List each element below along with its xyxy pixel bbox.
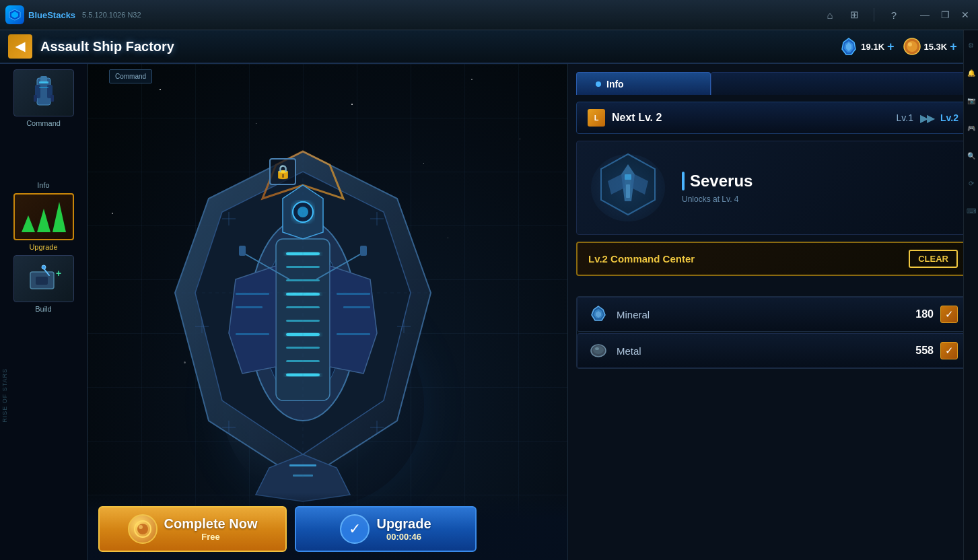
toolbar-btn-2[interactable]: 🔔 bbox=[964, 59, 979, 86]
tab-inactive[interactable] bbox=[711, 72, 970, 95]
ship-unlock-text: Unlocks at Lv. 4 bbox=[682, 195, 958, 204]
tab-info[interactable]: Info bbox=[576, 72, 711, 95]
topbar-icons: ⌂ ⊞ ? — ❐ ✕ bbox=[823, 7, 973, 22]
topbar: BlueStacks 5.5.120.1026 N32 ⌂ ⊞ ? — ❐ ✕ bbox=[0, 0, 978, 30]
crystal-amount: 19.1K bbox=[861, 42, 884, 52]
gold-amount: 15.3K bbox=[924, 42, 948, 52]
metal-icon bbox=[588, 341, 608, 361]
svg-rect-17 bbox=[36, 277, 48, 285]
svg-rect-15 bbox=[39, 87, 48, 88]
upgrade-timer-label: 00:00:46 bbox=[386, 532, 421, 542]
sidebar-item-info[interactable]: Info bbox=[10, 131, 77, 189]
toolbar-btn-5[interactable]: 🔍 bbox=[964, 142, 979, 169]
info-icon-container bbox=[13, 131, 74, 178]
metal-check: ✓ bbox=[940, 342, 958, 359]
toolbar-btn-1[interactable]: ⚙ bbox=[964, 32, 979, 59]
close-button[interactable]: ✕ bbox=[958, 7, 973, 22]
upgrade-arrows bbox=[22, 202, 66, 232]
metal-amount: 558 bbox=[915, 345, 934, 357]
sidebar-item-command-label: Command bbox=[26, 119, 61, 127]
right-toolbar: ⚙ 🔔 📷 🎮 🔍 ⟳ ⌨ bbox=[963, 30, 978, 560]
requirement-text: Lv.2 Command Center bbox=[588, 253, 695, 265]
metal-resource-row: Metal 558 ✓ bbox=[577, 333, 969, 368]
ship-name-text: Severus bbox=[690, 172, 753, 190]
level-dots: ▶▶ bbox=[920, 112, 934, 125]
sidebar-item-build[interactable]: + Build bbox=[10, 255, 77, 313]
minimize-button[interactable]: — bbox=[917, 7, 932, 22]
spacer bbox=[576, 283, 970, 289]
crystal-add-button[interactable]: + bbox=[887, 40, 895, 54]
upgrade-button[interactable]: ✓ Upgrade 00:00:46 bbox=[295, 506, 477, 552]
coin-icon bbox=[128, 514, 158, 544]
svg-rect-39 bbox=[236, 333, 269, 335]
ship-info: Severus Unlocks at Lv. 4 bbox=[682, 172, 958, 204]
upgrade-check-icon: ✓ bbox=[340, 514, 370, 544]
multiinstance-icon[interactable]: ⊞ bbox=[847, 7, 862, 22]
resource-bar: 19.1K + 15.3K + 0 bbox=[839, 37, 970, 56]
ship-factory-structure[interactable] bbox=[141, 131, 464, 522]
bluestacks-logo: BlueStacks 5.5.120.1026 N32 bbox=[5, 5, 141, 24]
mineral-check: ✓ bbox=[940, 306, 958, 323]
command-icon-container bbox=[13, 69, 74, 116]
ship-preview-card: Severus Unlocks at Lv. 4 bbox=[576, 141, 970, 235]
svg-rect-13 bbox=[50, 95, 54, 102]
info-tabs: Info bbox=[576, 72, 970, 95]
gold-add-button[interactable]: + bbox=[950, 40, 957, 54]
toolbar-btn-6[interactable]: ⟳ bbox=[964, 170, 979, 197]
sidebar-item-info-label: Info bbox=[37, 181, 49, 189]
complete-now-sub-label: Free bbox=[201, 532, 219, 542]
page-title: Assault Ship Factory bbox=[40, 39, 839, 55]
right-panel: Info L Next Lv. 2 Lv.1 ▶▶ Lv.2 bbox=[567, 64, 978, 560]
sidebar-item-upgrade-label: Upgrade bbox=[29, 243, 57, 251]
toolbar-btn-7[interactable]: ⌨ bbox=[964, 197, 979, 224]
bottom-bar: Upgrade Complete Now Free ✓ bbox=[88, 493, 567, 560]
svg-rect-49 bbox=[239, 246, 246, 256]
mineral-amount: 180 bbox=[915, 308, 934, 320]
ship-hex-container bbox=[588, 151, 668, 225]
help-icon[interactable]: ? bbox=[886, 7, 901, 22]
svg-rect-64 bbox=[289, 464, 316, 466]
next-level-card: L Next Lv. 2 Lv.1 ▶▶ Lv.2 bbox=[576, 102, 970, 134]
home-icon[interactable]: ⌂ bbox=[823, 7, 837, 22]
svg-point-6 bbox=[907, 41, 917, 52]
ship-name-bar bbox=[682, 172, 685, 190]
topbar-divider bbox=[874, 8, 874, 22]
upgrade-text: Upgrade 00:00:46 bbox=[376, 516, 431, 542]
complete-now-button[interactable]: Complete Now Free bbox=[98, 506, 287, 552]
requirement-card: Lv.2 Command Center CLEAR bbox=[576, 242, 970, 276]
crystal-icon bbox=[839, 37, 858, 56]
complete-now-text: Complete Now Free bbox=[164, 516, 258, 542]
main-content: Command Info Upgrade bbox=[0, 64, 978, 560]
svg-rect-38 bbox=[236, 306, 263, 308]
gold-resource: 15.3K + bbox=[903, 37, 957, 56]
sidebar-item-command[interactable]: Command bbox=[10, 69, 77, 127]
svg-rect-37 bbox=[236, 293, 269, 295]
svg-point-69 bbox=[137, 524, 148, 534]
toolbar-btn-3[interactable]: 📷 bbox=[964, 87, 979, 114]
crystal-resource: 19.1K + bbox=[839, 37, 894, 56]
clear-button[interactable]: CLEAR bbox=[909, 250, 958, 268]
sidebar-item-upgrade[interactable]: Upgrade bbox=[10, 193, 77, 251]
tab-dot bbox=[596, 81, 601, 87]
back-button[interactable]: ◀ bbox=[8, 34, 32, 59]
left-panel: Command Info Upgrade bbox=[0, 64, 88, 560]
level-current: Lv.1 bbox=[897, 112, 913, 123]
next-level-label: Next Lv. 2 bbox=[612, 112, 897, 124]
command-label: Command bbox=[109, 69, 152, 83]
svg-rect-50 bbox=[360, 246, 367, 256]
ship-name: Severus bbox=[682, 172, 958, 190]
game-map[interactable]: Command 🔒 Upgrade Complete Now Free bbox=[88, 64, 567, 560]
toolbar-btn-4[interactable]: 🎮 bbox=[964, 114, 979, 141]
mineral-icon bbox=[588, 304, 608, 324]
mineral-name: Mineral bbox=[617, 309, 915, 320]
lock-icon: 🔒 bbox=[269, 158, 296, 185]
svg-rect-40 bbox=[337, 293, 370, 295]
svg-point-18 bbox=[42, 265, 46, 269]
level-arrow: Lv.1 ▶▶ Lv.2 bbox=[897, 112, 958, 125]
restore-button[interactable]: ❐ bbox=[938, 7, 952, 22]
window-controls: — ❐ ✕ bbox=[917, 7, 973, 22]
bluestacks-version: 5.5.120.1026 N32 bbox=[82, 11, 141, 19]
svg-point-70 bbox=[139, 525, 143, 529]
svg-point-7 bbox=[908, 42, 912, 46]
complete-now-main-label: Complete Now bbox=[164, 516, 258, 532]
